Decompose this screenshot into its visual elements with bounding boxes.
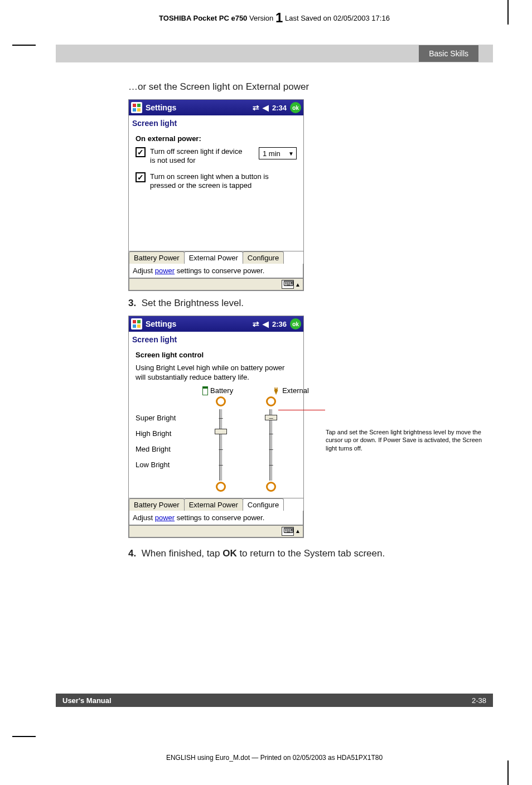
level-low: Low Bright (136, 461, 196, 469)
slider-columns-header: Battery External (202, 386, 297, 395)
hint-post: settings to conserve power. (175, 266, 264, 275)
screen-subhead: Screen light (129, 115, 303, 130)
level-super: Super Bright (136, 414, 196, 422)
keyboard-icon[interactable] (282, 527, 294, 536)
hint-bar: Adjust power settings to conserve power. (129, 264, 303, 278)
step-3: 3. Set the Brightness level. (128, 298, 493, 309)
start-icon[interactable] (131, 102, 142, 113)
power-link[interactable]: power (155, 266, 175, 275)
tab-battery-power[interactable]: Battery Power (129, 498, 185, 511)
version-label: Version (249, 14, 273, 22)
connectivity-icon[interactable]: ⇄ (253, 103, 259, 112)
callout-line (278, 410, 325, 410)
battery-column: Battery (202, 386, 233, 395)
tab-configure[interactable]: Configure (243, 498, 284, 511)
footer-left: User's Manual (62, 696, 112, 705)
dropdown-value: 1 min (263, 149, 280, 158)
titlebar: Settings ⇄ ◀ 2:36 ok (129, 316, 303, 332)
clock-time[interactable]: 2:36 (272, 320, 287, 328)
plug-icon (272, 387, 280, 395)
svg-rect-3 (137, 108, 141, 112)
timeout-dropdown[interactable]: 1 min ▼ (259, 147, 297, 159)
speaker-icon[interactable]: ◀ (263, 319, 269, 328)
connectivity-icon[interactable]: ⇄ (253, 319, 259, 328)
crop-mark (12, 45, 36, 46)
checkbox-turn-off[interactable]: ✓ (136, 147, 146, 157)
opt-turn-off-label: Turn off screen light if device is not u… (150, 147, 248, 164)
section-title: Basic Skills (419, 45, 478, 62)
svg-rect-7 (137, 324, 141, 328)
page-footer: ENGLISH using Euro_M.dot — Printed on 02… (56, 754, 493, 762)
speaker-icon[interactable]: ◀ (263, 103, 269, 112)
version-number: 1 (275, 10, 283, 25)
control-title: Screen light control (136, 351, 297, 359)
sip-up-icon[interactable]: ▲ (295, 282, 301, 288)
intro-text: …or set the Screen light on External pow… (128, 81, 493, 93)
crop-mark (507, 760, 509, 785)
clock-time[interactable]: 2:34 (272, 104, 287, 112)
screen-subhead: Screen light (129, 332, 303, 346)
brightness-sliders: Super Bright –– High Bright –– Med Brigh… (136, 409, 297, 481)
tab-external-power[interactable]: External Power (184, 498, 243, 511)
power-link[interactable]: power (155, 513, 175, 522)
tab-configure[interactable]: Configure (243, 251, 284, 264)
sip-up-icon[interactable]: ▲ (295, 528, 301, 534)
bulb-icon (216, 482, 226, 492)
tab-bar: Battery Power External Power Configure (129, 251, 303, 264)
hint-bar: Adjust power settings to conserve power. (129, 511, 303, 525)
start-icon[interactable] (131, 318, 142, 329)
chevron-down-icon: ▼ (288, 151, 294, 157)
sip-bar: ▲ (129, 278, 303, 290)
step-4-text-b: to return to the System tab screen. (237, 548, 385, 559)
keyboard-icon[interactable] (282, 280, 294, 289)
external-column: External (272, 386, 309, 395)
step-3-num: 3. (128, 298, 136, 308)
tab-bar: Battery Power External Power Configure (129, 498, 303, 511)
page-header: TOSHIBA Pocket PC e750 Version 1 Last Sa… (56, 10, 493, 26)
footer-right: 2-38 (472, 696, 486, 705)
opt-turn-on-label: Turn on screen light when a button is pr… (150, 172, 295, 190)
bulb-icon (266, 482, 276, 492)
ok-button[interactable]: ok (290, 318, 301, 329)
product-name: TOSHIBA Pocket PC e750 (159, 14, 247, 22)
step-4-text-a: When finished, tap (142, 548, 223, 559)
callout-annotation: Tap and set the Screen light brightness … (326, 428, 493, 452)
hint-pre: Adjust (133, 513, 155, 522)
bulb-icon (266, 396, 276, 406)
control-desc: Using Bright Level high while on battery… (136, 364, 297, 382)
window-title: Settings (146, 103, 176, 112)
panel-title: On external power: (136, 134, 297, 143)
crop-mark (507, 0, 509, 25)
section-bar: Basic Skills (56, 45, 493, 62)
step-3-text: Set the Brightness level. (142, 298, 244, 308)
hint-post: settings to conserve power. (175, 513, 264, 522)
battery-icon (202, 386, 208, 395)
svg-rect-0 (133, 104, 136, 107)
window-title: Settings (146, 319, 176, 328)
battery-col-label: Battery (210, 386, 233, 395)
svg-rect-2 (133, 108, 136, 112)
tab-external-power[interactable]: External Power (184, 251, 243, 264)
tab-battery-power[interactable]: Battery Power (129, 251, 185, 264)
external-col-label: External (282, 386, 309, 395)
svg-rect-4 (133, 320, 136, 323)
checkbox-turn-on[interactable]: ✓ (136, 172, 146, 182)
crop-mark (12, 736, 36, 737)
titlebar: Settings ⇄ ◀ 2:34 ok (129, 100, 303, 115)
step-4-ok: OK (223, 548, 237, 559)
step-4: 4. When finished, tap OK to return to th… (128, 548, 493, 559)
level-high: High Bright (136, 429, 196, 438)
svg-rect-6 (133, 324, 136, 328)
footer-bar: User's Manual 2-38 (56, 694, 493, 707)
bulb-icon (216, 396, 226, 406)
screenshot-configure: Settings ⇄ ◀ 2:36 ok Screen light Screen… (128, 316, 304, 538)
ok-button[interactable]: ok (290, 102, 301, 113)
saved-timestamp: Last Saved on 02/05/2003 17:16 (285, 14, 390, 22)
svg-rect-5 (137, 320, 141, 323)
step-4-num: 4. (128, 548, 136, 559)
hint-pre: Adjust (133, 266, 155, 275)
level-med: Med Bright (136, 445, 196, 453)
svg-rect-1 (137, 104, 141, 107)
screenshot-external-power: Settings ⇄ ◀ 2:34 ok Screen light On ext… (128, 99, 304, 291)
sip-bar: ▲ (129, 525, 303, 537)
